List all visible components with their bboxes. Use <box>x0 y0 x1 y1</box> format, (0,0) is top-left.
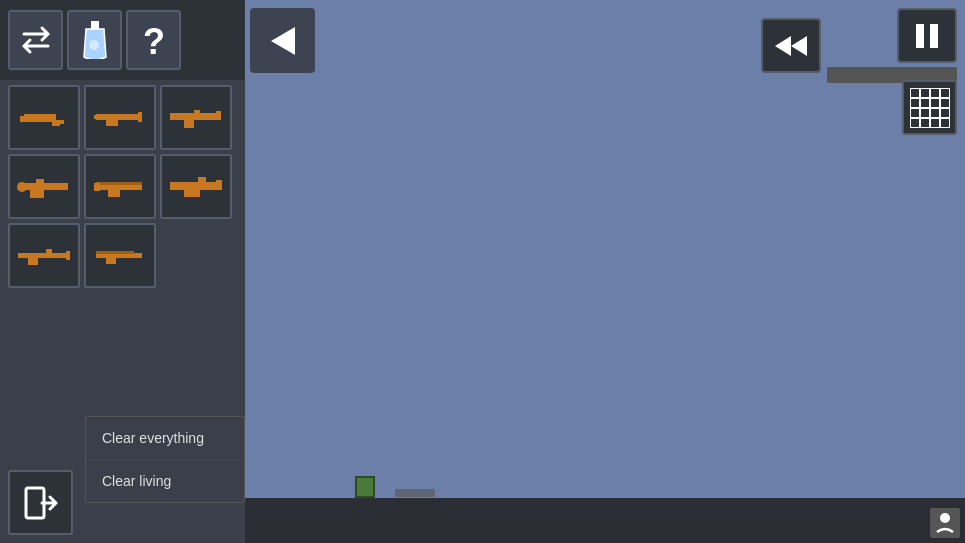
svg-rect-12 <box>216 111 221 120</box>
svg-rect-22 <box>184 188 200 197</box>
svg-point-1 <box>89 40 99 50</box>
svg-rect-24 <box>216 180 222 190</box>
svg-rect-27 <box>46 249 52 258</box>
toolbar: ? <box>0 0 245 80</box>
bottom-right-icon <box>930 508 960 538</box>
svg-rect-6 <box>106 118 118 126</box>
svg-rect-15 <box>36 179 44 187</box>
weapon-cell-lmg[interactable] <box>160 154 232 219</box>
context-menu: Clear everything Clear living <box>85 416 245 503</box>
rewind-button[interactable] <box>761 18 821 73</box>
progress-container <box>827 8 957 83</box>
svg-rect-25 <box>18 253 68 258</box>
pause-button[interactable] <box>897 8 957 63</box>
weapon-cell-sniper[interactable] <box>8 223 80 288</box>
player-character <box>355 476 375 498</box>
ground <box>245 498 965 543</box>
svg-marker-32 <box>271 27 295 55</box>
svg-rect-35 <box>916 24 924 48</box>
svg-text:?: ? <box>143 21 165 60</box>
ground-object <box>395 489 435 497</box>
svg-marker-34 <box>791 36 807 56</box>
svg-rect-31 <box>106 256 116 264</box>
svg-rect-3 <box>20 116 28 122</box>
svg-marker-33 <box>775 36 791 56</box>
weapon-grid <box>8 85 238 288</box>
swap-button[interactable] <box>8 10 63 70</box>
svg-rect-4 <box>52 120 64 124</box>
svg-rect-5 <box>96 114 142 120</box>
weapon-cell-pistol[interactable] <box>8 85 80 150</box>
weapon-cell-mg[interactable] <box>8 154 80 219</box>
svg-rect-36 <box>930 24 938 48</box>
svg-rect-11 <box>194 110 200 118</box>
clear-everything-option[interactable]: Clear everything <box>86 417 244 460</box>
weapon-cell-rifle1[interactable] <box>84 85 156 150</box>
grid-toggle-button[interactable] <box>902 80 957 135</box>
svg-rect-23 <box>198 177 206 187</box>
help-button[interactable]: ? <box>126 10 181 70</box>
top-controls <box>761 8 957 83</box>
weapon-cell-rifle2[interactable] <box>84 223 156 288</box>
back-button[interactable] <box>250 8 315 73</box>
svg-rect-7 <box>138 112 142 122</box>
svg-rect-26 <box>28 256 38 265</box>
svg-rect-28 <box>66 251 70 260</box>
svg-rect-14 <box>30 188 44 198</box>
svg-rect-20 <box>94 183 100 191</box>
svg-point-45 <box>940 513 950 523</box>
svg-rect-19 <box>108 188 120 197</box>
svg-rect-8 <box>94 115 100 119</box>
weapon-cell-smg[interactable] <box>160 85 232 150</box>
svg-rect-0 <box>91 21 99 29</box>
svg-point-16 <box>17 182 27 192</box>
clear-living-option[interactable]: Clear living <box>86 460 244 502</box>
svg-rect-10 <box>184 118 194 128</box>
potion-button[interactable] <box>67 10 122 70</box>
weapon-cell-shotgun[interactable] <box>84 154 156 219</box>
exit-button[interactable] <box>8 470 73 535</box>
svg-rect-18 <box>96 182 142 185</box>
svg-rect-30 <box>96 251 134 254</box>
